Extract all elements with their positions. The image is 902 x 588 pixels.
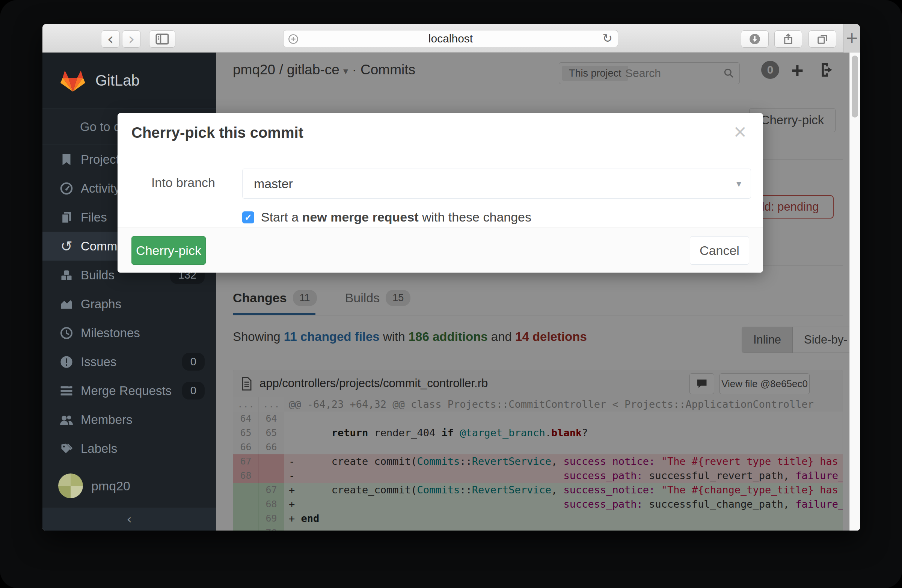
downloads-button[interactable] [741, 30, 769, 48]
sidebar-item-label: Members [81, 413, 133, 427]
exclamation-circle-icon [58, 355, 75, 369]
sidebar-item-label: Graphs [81, 297, 121, 311]
reload-icon[interactable]: ↻ [602, 31, 612, 45]
cherry-pick-modal: Cherry-pick this commit × Into branch ma… [117, 113, 763, 273]
gitlab-logo-text: GitLab [96, 72, 140, 89]
sidebar-icon [155, 33, 169, 45]
avatar [58, 474, 83, 498]
sidebar-item-label: Labels [81, 441, 117, 456]
tab-overview-button[interactable] [808, 30, 836, 48]
sidebar-item-issues[interactable]: Issues0 [42, 347, 216, 376]
start-merge-request-checkbox[interactable] [242, 211, 254, 224]
sidebar-collapse-button[interactable]: ‹ [42, 508, 216, 530]
into-branch-select[interactable]: master ▾ [242, 169, 751, 199]
sidebar-item-label: Merge Requests [81, 384, 172, 398]
history-icon: ↺ [58, 239, 75, 253]
browser-toolbar: ‹ › localhost ↻ [42, 24, 860, 53]
sidebar-toggle-button[interactable] [149, 30, 175, 48]
count-badge: 0 [182, 382, 205, 399]
sidebar-item-label: Issues [81, 355, 116, 369]
selected-branch: master [254, 169, 293, 198]
checkbox-label-pre: Start a [261, 210, 302, 224]
sidebar-user[interactable]: pmq20 [42, 474, 216, 498]
forward-button[interactable]: › [122, 30, 141, 48]
cancel-button[interactable]: Cancel [690, 236, 749, 265]
merge-request-option: Start a new merge request with these cha… [242, 210, 531, 225]
forward-icon: › [128, 31, 135, 47]
modal-header-divider [117, 159, 763, 159]
dashboard-icon [58, 181, 75, 195]
page-scrollbar[interactable] [849, 53, 860, 530]
back-button[interactable]: ‹ [101, 30, 120, 48]
into-branch-label: Into branch [140, 175, 215, 190]
select-caret-icon: ▾ [736, 169, 741, 198]
username: pmq20 [91, 479, 130, 493]
gitlab-logo-icon [60, 68, 86, 93]
share-icon [783, 33, 794, 45]
sidebar-item-label: Builds [81, 268, 114, 282]
checkbox-label: Start a new merge request with these cha… [261, 210, 531, 225]
sidebar-item-graphs[interactable]: Graphs [42, 289, 216, 318]
new-tab-button[interactable]: + [843, 24, 860, 53]
bookmark-icon [58, 153, 75, 166]
back-icon: ‹ [107, 31, 114, 47]
files-icon [58, 210, 75, 225]
address-bar[interactable]: localhost ↻ [283, 30, 618, 47]
area-chart-icon [58, 297, 75, 311]
scrollbar-thumb[interactable] [852, 56, 858, 117]
download-icon [749, 33, 760, 45]
checkbox-label-bold: new merge request [302, 210, 419, 224]
tabs-icon [817, 33, 828, 45]
sidebar-item-merge-requests[interactable]: Merge Requests0 [42, 376, 216, 405]
sidebar-item-labels[interactable]: Labels [42, 434, 216, 463]
clock-icon [58, 326, 75, 340]
desktop-background: ‹ › localhost ↻ [0, 0, 902, 588]
tags-icon [58, 442, 75, 455]
url-text: localhost [283, 30, 618, 47]
cherry-pick-submit-button[interactable]: Cherry-pick [132, 236, 206, 265]
sidebar-item-milestones[interactable]: Milestones [42, 318, 216, 347]
checkbox-label-post: with these changes [419, 210, 532, 224]
count-badge: 0 [182, 353, 205, 371]
gitlab-page: GitLab Go to dashboard ProjectActivityFi… [42, 53, 860, 530]
users-icon [58, 413, 75, 426]
sidebar-item-members[interactable]: Members [42, 405, 216, 434]
share-button[interactable] [774, 30, 802, 48]
sidebar-item-label: Files [81, 210, 107, 225]
safari-window: ‹ › localhost ↻ [42, 24, 860, 530]
close-icon[interactable]: × [733, 121, 747, 142]
merge-request-icon [58, 385, 75, 397]
sidebar-item-label: Project [81, 152, 119, 167]
gitlab-logo-block[interactable]: GitLab [42, 53, 216, 109]
sidebar-item-label: Activity [81, 181, 120, 195]
modal-title: Cherry-pick this commit [132, 124, 304, 141]
modal-footer: Cherry-pick Cancel [117, 228, 763, 273]
sidebar-item-label: Milestones [81, 326, 140, 340]
cubes-icon [58, 269, 75, 282]
